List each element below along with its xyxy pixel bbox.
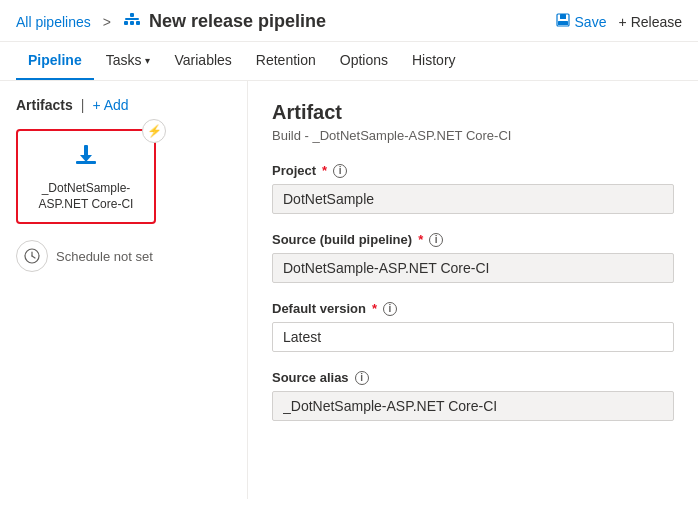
svg-rect-6 — [560, 14, 566, 19]
save-icon — [555, 12, 571, 32]
default-version-label: Default version * i — [272, 301, 674, 316]
header-actions: Save + Release — [555, 12, 682, 32]
plus-icon: + — [618, 14, 626, 30]
source-input[interactable] — [272, 253, 674, 283]
release-button[interactable]: + Release — [618, 14, 682, 30]
artifact-panel-title: Artifact — [272, 101, 674, 124]
svg-marker-10 — [80, 155, 92, 162]
svg-rect-2 — [130, 21, 134, 25]
source-alias-label: Source alias i — [272, 370, 674, 385]
schedule-item[interactable]: Schedule not set — [16, 240, 231, 272]
nav-tabs: Pipeline Tasks ▾ Variables Retention Opt… — [0, 42, 698, 81]
artifact-card-container: _DotNetSample-ASP.NET Core-CI ⚡ — [16, 129, 156, 224]
tab-tasks[interactable]: Tasks ▾ — [94, 42, 163, 80]
artifacts-divider: | — [81, 97, 85, 113]
left-panel: Artifacts | + Add _DotNetSample-ASP.NET … — [0, 81, 248, 499]
project-form-group: Project * i — [272, 163, 674, 214]
default-version-required: * — [372, 301, 377, 316]
source-required: * — [418, 232, 423, 247]
source-form-group: Source (build pipeline) * i — [272, 232, 674, 283]
project-input[interactable] — [272, 184, 674, 214]
default-version-input[interactable] — [272, 322, 674, 352]
source-alias-input[interactable] — [272, 391, 674, 421]
schedule-text: Schedule not set — [56, 249, 153, 264]
svg-rect-0 — [125, 18, 139, 20]
save-label: Save — [575, 14, 607, 30]
artifact-badge[interactable]: ⚡ — [142, 119, 166, 143]
breadcrumb-separator: > — [103, 14, 111, 30]
svg-rect-7 — [558, 21, 568, 25]
project-info-icon[interactable]: i — [333, 164, 347, 178]
pipeline-icon — [123, 10, 141, 33]
save-button[interactable]: Save — [555, 12, 607, 32]
lightning-icon: ⚡ — [147, 124, 162, 138]
artifact-panel-subtitle: Build - _DotNetSample-ASP.NET Core-CI — [272, 128, 674, 143]
artifacts-header: Artifacts | + Add — [16, 97, 231, 113]
tasks-arrow-icon: ▾ — [145, 55, 150, 66]
tab-history[interactable]: History — [400, 42, 468, 80]
artifact-download-icon — [28, 141, 144, 175]
schedule-icon — [16, 240, 48, 272]
release-label: Release — [631, 14, 682, 30]
svg-rect-4 — [136, 21, 140, 25]
tab-options[interactable]: Options — [328, 42, 400, 80]
svg-line-13 — [32, 256, 35, 258]
source-alias-info-icon[interactable]: i — [355, 371, 369, 385]
source-label: Source (build pipeline) * i — [272, 232, 674, 247]
svg-rect-3 — [124, 21, 128, 25]
artifact-name: _DotNetSample-ASP.NET Core-CI — [28, 181, 144, 212]
svg-rect-1 — [130, 13, 134, 17]
tab-pipeline[interactable]: Pipeline — [16, 42, 94, 80]
source-info-icon[interactable]: i — [429, 233, 443, 247]
tab-retention[interactable]: Retention — [244, 42, 328, 80]
project-required: * — [322, 163, 327, 178]
artifact-card[interactable]: _DotNetSample-ASP.NET Core-CI — [16, 129, 156, 224]
page-title: New release pipeline — [149, 11, 326, 32]
header-left: All pipelines > New release pipeline — [16, 10, 326, 33]
header: All pipelines > New release pipeline — [0, 0, 698, 42]
main-content: Artifacts | + Add _DotNetSample-ASP.NET … — [0, 81, 698, 499]
right-panel: Artifact Build - _DotNetSample-ASP.NET C… — [248, 81, 698, 499]
default-version-form-group: Default version * i — [272, 301, 674, 352]
source-alias-form-group: Source alias i — [272, 370, 674, 421]
breadcrumb-link[interactable]: All pipelines — [16, 14, 91, 30]
artifacts-title: Artifacts — [16, 97, 73, 113]
project-label: Project * i — [272, 163, 674, 178]
add-artifact-button[interactable]: + Add — [92, 97, 128, 113]
tab-variables[interactable]: Variables — [162, 42, 243, 80]
default-version-info-icon[interactable]: i — [383, 302, 397, 316]
